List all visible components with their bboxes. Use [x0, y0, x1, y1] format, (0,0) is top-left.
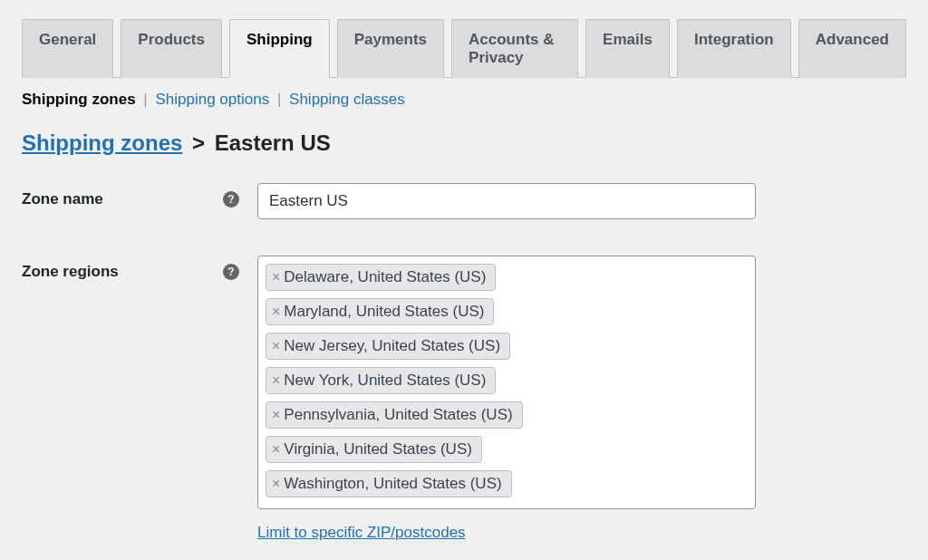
tab-integration[interactable]: Integration	[677, 19, 791, 78]
tab-emails[interactable]: Emails	[585, 19, 670, 78]
tab-payments[interactable]: Payments	[337, 19, 444, 78]
limit-postcodes-link[interactable]: Limit to specific ZIP/postcodes	[257, 524, 466, 542]
settings-tabs: General Products Shipping Payments Accou…	[22, 18, 906, 78]
help-icon[interactable]: ?	[223, 264, 239, 280]
breadcrumb-separator: >	[192, 130, 205, 155]
breadcrumb: Shipping zones > Eastern US	[22, 130, 906, 156]
tab-advanced[interactable]: Advanced	[798, 19, 906, 78]
region-tag-label: New York, United States (US)	[284, 372, 486, 390]
subnav-shipping-options[interactable]: Shipping options	[155, 91, 269, 108]
region-tag-label: Maryland, United States (US)	[284, 303, 484, 321]
zone-name-label: Zone name	[22, 190, 103, 208]
separator: |	[143, 91, 151, 108]
region-tag-label: Washington, United States (US)	[284, 475, 501, 493]
remove-icon[interactable]: ×	[272, 477, 280, 491]
tab-accounts-privacy[interactable]: Accounts & Privacy	[451, 19, 578, 78]
remove-icon[interactable]: ×	[272, 442, 280, 457]
subnav-shipping-classes[interactable]: Shipping classes	[289, 91, 405, 108]
tab-products[interactable]: Products	[121, 19, 222, 78]
help-icon[interactable]: ?	[223, 191, 239, 208]
region-tag-label: Pennsylvania, United States (US)	[284, 406, 512, 424]
breadcrumb-root-link[interactable]: Shipping zones	[22, 130, 182, 155]
region-tag-label: Virginia, United States (US)	[284, 440, 472, 459]
region-tag: × Pennsylvania, United States (US)	[266, 401, 523, 429]
region-tag: × New Jersey, United States (US)	[266, 333, 510, 360]
breadcrumb-current: Eastern US	[215, 130, 331, 155]
remove-icon[interactable]: ×	[272, 408, 280, 422]
subnav-shipping-zones[interactable]: Shipping zones	[22, 91, 136, 108]
tab-general[interactable]: General	[22, 19, 113, 78]
region-tag: × New York, United States (US)	[266, 367, 496, 394]
region-tag: × Maryland, United States (US)	[266, 298, 494, 325]
remove-icon[interactable]: ×	[272, 270, 280, 285]
remove-icon[interactable]: ×	[272, 373, 280, 388]
region-tag-label: Delaware, United States (US)	[284, 268, 486, 286]
region-tag: × Washington, United States (US)	[266, 470, 512, 497]
region-tag: × Virginia, United States (US)	[266, 436, 482, 463]
remove-icon[interactable]: ×	[272, 339, 280, 353]
tab-shipping[interactable]: Shipping	[229, 19, 330, 78]
region-tag-label: New Jersey, United States (US)	[284, 337, 500, 355]
remove-icon[interactable]: ×	[272, 304, 280, 319]
shipping-subnav: Shipping zones | Shipping options | Ship…	[22, 91, 906, 109]
zone-regions-select[interactable]: × Delaware, United States (US) × Marylan…	[257, 256, 756, 509]
region-tag: × Delaware, United States (US)	[266, 264, 496, 291]
separator: |	[277, 91, 285, 108]
zone-name-input[interactable]	[257, 183, 756, 219]
zone-regions-label: Zone regions	[22, 263, 119, 281]
